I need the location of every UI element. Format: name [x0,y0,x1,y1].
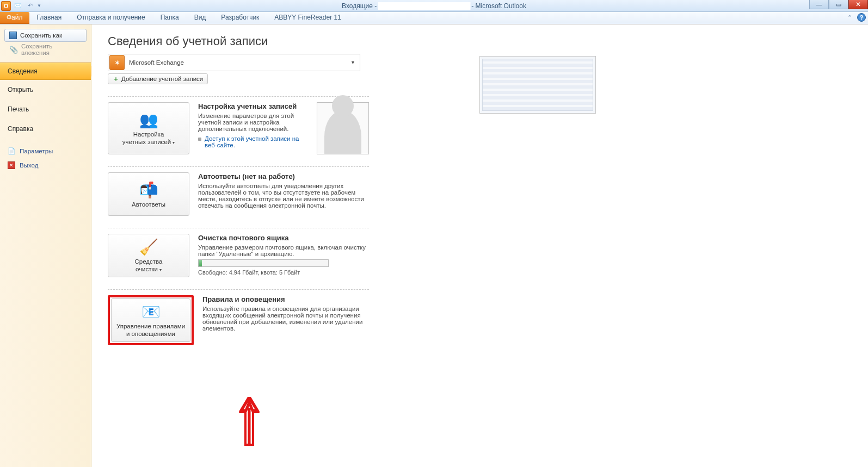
btn-account-line1: Настройка [133,131,164,138]
dropdown-arrow-icon: ▼ [350,60,355,65]
nav-open-label: Открыть [8,86,33,94]
nav-options[interactable]: 📄 Параметры [0,144,91,158]
people-icon: 👥 [139,111,158,129]
save-as-button[interactable]: Сохранить как [4,29,87,42]
attachment-icon: 📎 [9,46,18,54]
chevron-down-icon: ▾ [173,140,175,145]
broom-icon: 🧹 [139,238,158,256]
exit-icon: ✕ [8,161,15,169]
rules-heading: Правила и оповещения [202,295,369,303]
nav-exit[interactable]: ✕ Выход [0,158,91,172]
cleanup-text: Управление размером почтового ящика, вкл… [198,244,369,257]
title-redacted [378,2,470,10]
title-inbox-label: Входящие - [342,2,377,10]
title-app-name: - Microsoft Outlook [471,2,526,10]
cleanup-tools-button[interactable]: 🧹 Средства очистки ▾ [108,234,189,277]
tab-folder[interactable]: Папка [153,12,187,24]
tab-abbyy[interactable]: ABBYY FineReader 11 [267,12,349,24]
help-icon[interactable]: ? [857,13,866,22]
account-settings-button[interactable]: 👥 Настройка учетных записей ▾ [108,102,189,154]
qat-send-receive-icon[interactable]: ✉️ [13,1,23,11]
nav-print-label: Печать [8,105,29,113]
save-attachments-button: 📎 Сохранить вложения [4,43,87,56]
collapse-ribbon-icon[interactable]: ⌃ [845,13,854,22]
avatar-icon [324,110,361,154]
backstage-nav: Сохранить как 📎 Сохранить вложения Сведе… [0,24,91,467]
qat-undo-icon[interactable]: ↶ [25,1,35,11]
tab-view[interactable]: Вид [187,12,214,24]
section-rules: 📧 Управление правилами и оповещениями Пр… [108,289,369,345]
auto-reply-icon: 📬 [139,181,158,199]
add-account-label: Добавление учетной записи [121,76,203,82]
nav-help[interactable]: Справка [0,119,91,139]
btn-account-line2: учетных записей [122,139,171,145]
nav-open[interactable]: Открыть [0,80,91,99]
account-settings-desc: Настройка учетных записей Изменение пара… [198,102,303,154]
title-bar: O ✉️ ↶ ▼ Входящие - - Microsoft Outlook … [0,0,868,12]
add-account-button[interactable]: ＋ Добавление учетной записи [108,73,208,84]
section-auto-replies: 📬 Автоответы Автоответы (нет на работе) … [108,166,369,216]
quick-access-toolbar: O ✉️ ↶ ▼ [0,1,41,11]
mailbox-quota-bar [198,259,329,267]
nav-help-label: Справка [8,125,33,133]
rules-btn-line2: и оповещениями [126,331,175,337]
account-settings-heading: Настройка учетных записей [198,102,303,110]
options-icon: 📄 [8,147,15,155]
save-icon [9,32,17,39]
manage-rules-button[interactable]: 📧 Управление правилами и оповещениями [111,298,190,342]
save-as-label: Сохранить как [20,32,62,39]
close-button[interactable]: ✕ [848,0,868,9]
rules-btn-line1: Управление правилами [116,323,185,329]
account-selected-label: Microsoft Exchange [129,59,184,66]
cleanup-desc: Очистка почтового ящика Управление разме… [198,234,369,277]
nav-info[interactable]: Сведения [0,63,91,80]
mail-preview-thumbnail [479,56,596,114]
tab-file[interactable]: Файл [0,12,29,24]
plus-icon: ＋ [113,76,119,82]
app-icon[interactable]: O [1,1,11,11]
highlight-annotation: 📧 Управление правилами и оповещениями [108,295,194,345]
nav-info-label: Сведения [8,67,38,75]
nav-exit-label: Выход [20,162,38,169]
nav-options-label: Параметры [20,148,53,154]
rules-desc: Правила и оповещения Используйте правила… [202,295,369,345]
backstage: Сохранить как 📎 Сохранить вложения Сведе… [0,24,868,467]
bullet-icon [198,138,201,141]
web-access-link[interactable]: Доступ к этой учетной записи на веб-сайт… [205,135,303,148]
auto-replies-desc: Автоответы (нет на работе) Используйте а… [198,172,369,216]
cleanup-heading: Очистка почтового ящика [198,234,369,242]
rules-text: Используйте правила и оповещения для орг… [202,306,369,332]
chevron-down-icon: ▾ [159,267,162,272]
exchange-icon: ✶ [109,55,125,70]
tab-send-receive[interactable]: Отправка и получение [69,12,152,24]
qat-dropdown-icon[interactable]: ▼ [37,3,41,8]
quota-text: Свободно: 4.94 Гбайт, квота: 5 Гбайт [198,269,369,276]
minimize-button[interactable]: — [809,0,829,9]
section-account-settings: 👥 Настройка учетных записей ▾ Настройка … [108,96,369,154]
nav-print[interactable]: Печать [0,99,91,119]
cleanup-line1: Средства [135,258,163,265]
rules-icon: 📧 [141,303,161,321]
account-selector[interactable]: ✶ Microsoft Exchange ▼ [108,54,360,71]
arrow-annotation [238,397,260,446]
save-attach-label: Сохранить вложения [21,43,82,56]
window-title: Входящие - - Microsoft Outlook [342,2,526,10]
account-settings-text: Изменение параметров для этой учетной за… [198,113,303,132]
auto-replies-button[interactable]: 📬 Автоответы [108,172,189,216]
ribbon-tab-strip: Файл Главная Отправка и получение Папка … [0,12,868,24]
auto-replies-label: Автоответы [132,201,165,208]
quota-fill [199,260,202,266]
avatar-placeholder [317,102,369,154]
auto-replies-heading: Автоответы (нет на работе) [198,172,369,180]
window-controls: — ▭ ✕ [809,0,868,9]
section-cleanup: 🧹 Средства очистки ▾ Очистка почтового я… [108,228,369,277]
auto-replies-text: Используйте автоответы для уведомления д… [198,183,369,209]
tab-home[interactable]: Главная [29,12,70,24]
backstage-content: Сведения об учетной записи ✶ Microsoft E… [91,24,868,467]
maximize-button[interactable]: ▭ [829,0,848,9]
cleanup-line2: очистки [136,266,158,272]
preview-image [482,59,593,111]
page-title: Сведения об учетной записи [108,34,868,48]
tab-developer[interactable]: Разработчик [213,12,267,24]
